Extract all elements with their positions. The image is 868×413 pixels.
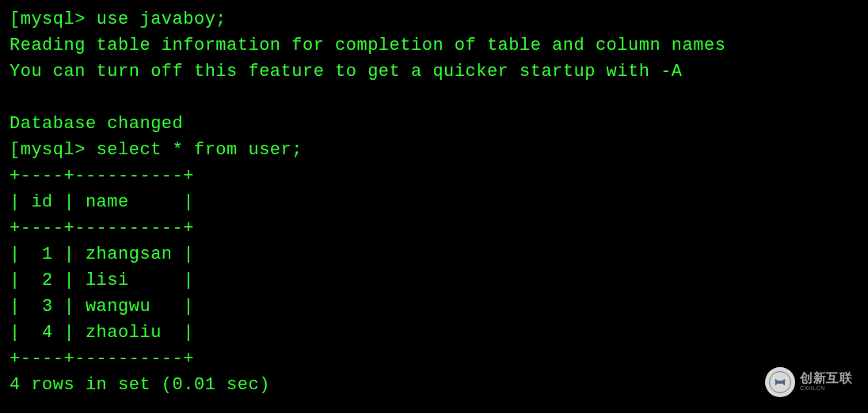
db-changed: Database changed [10,111,858,137]
table-row: | 2 | lisi | [10,267,858,294]
terminal-output: [mysql> use javaboy; Reading table infor… [10,6,858,398]
rows-summary: 4 rows in set (0.01 sec) [10,372,858,398]
table-row: | 3 | wangwu | [10,294,858,320]
svg-point-1 [779,381,782,384]
command-line-2[interactable]: [mysql> select * from user; [10,137,858,163]
use-command: use javaboy; [97,9,227,29]
watermark-icon [765,367,795,397]
table-border-bottom: +----+----------+ [10,346,858,372]
watermark-text-block: 创新互联 CXHLCN [800,372,852,393]
logo-icon [769,371,791,393]
mysql-prompt: mysql> [21,9,97,29]
watermark-sublabel: CXHLCN [800,385,852,393]
watermark: 创新互联 CXHLCN [765,367,852,397]
bracket: [ [10,140,21,160]
command-line-1[interactable]: [mysql> use javaboy; [10,6,858,32]
table-row: | 4 | zhaoliu | [10,320,858,346]
select-command: select * from user; [97,140,303,160]
info-turnoff: You can turn off this feature to get a q… [10,59,858,85]
bracket: [ [10,9,21,29]
blank-line [10,85,858,111]
table-border-mid: +----+----------+ [10,215,858,241]
info-reading: Reading table information for completion… [10,32,858,59]
table-header: | id | name | [10,189,858,215]
mysql-prompt: mysql> [21,140,97,160]
table-border-top: +----+----------+ [10,163,858,189]
watermark-label: 创新互联 [800,372,852,385]
table-row: | 1 | zhangsan | [10,241,858,267]
